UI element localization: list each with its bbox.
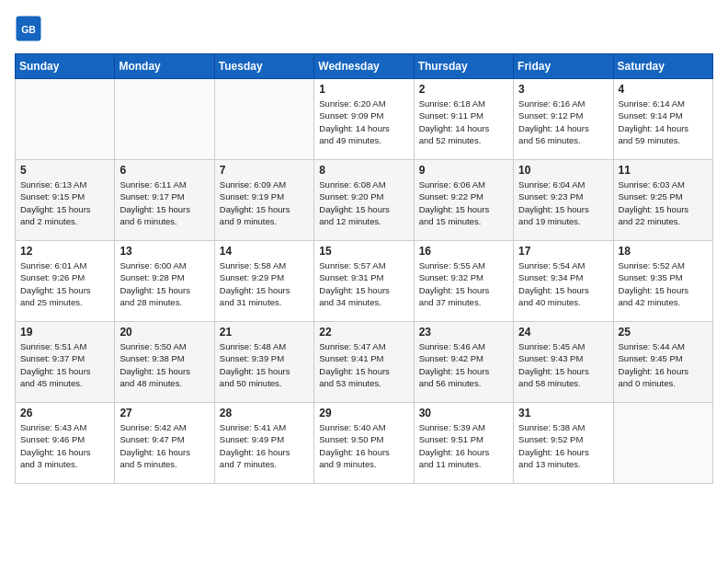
calendar-cell: 13Sunrise: 6:00 AM Sunset: 9:28 PM Dayli… [115, 241, 214, 322]
day-number: 22 [319, 326, 408, 339]
calendar-cell: 22Sunrise: 5:47 AM Sunset: 9:41 PM Dayli… [314, 322, 414, 403]
calendar-cell [613, 403, 712, 484]
calendar-cell: 27Sunrise: 5:42 AM Sunset: 9:47 PM Dayli… [115, 403, 214, 484]
day-number: 2 [419, 83, 508, 96]
svg-text:GB: GB [21, 24, 36, 35]
header-cell-saturday: Saturday [613, 54, 712, 79]
week-row-3: 12Sunrise: 6:01 AM Sunset: 9:26 PM Dayli… [16, 241, 713, 322]
day-number: 31 [518, 407, 608, 419]
cell-content: Sunrise: 6:06 AM Sunset: 9:22 PM Dayligh… [419, 178, 508, 227]
cell-content: Sunrise: 6:13 AM Sunset: 9:15 PM Dayligh… [20, 178, 109, 227]
calendar-cell [16, 79, 115, 160]
day-number: 6 [119, 164, 209, 177]
calendar-cell: 26Sunrise: 5:43 AM Sunset: 9:46 PM Dayli… [16, 403, 115, 484]
header-cell-thursday: Thursday [414, 54, 513, 79]
calendar-cell [115, 79, 214, 160]
cell-content: Sunrise: 5:44 AM Sunset: 9:45 PM Dayligh… [619, 340, 708, 389]
calendar-cell: 29Sunrise: 5:40 AM Sunset: 9:50 PM Dayli… [314, 403, 414, 484]
calendar-cell: 31Sunrise: 5:38 AM Sunset: 9:52 PM Dayli… [514, 403, 613, 484]
cell-content: Sunrise: 5:45 AM Sunset: 9:43 PM Dayligh… [518, 340, 608, 389]
week-row-5: 26Sunrise: 5:43 AM Sunset: 9:46 PM Dayli… [16, 403, 713, 484]
day-number: 16 [419, 245, 508, 258]
cell-content: Sunrise: 6:09 AM Sunset: 9:19 PM Dayligh… [220, 178, 309, 227]
header-cell-wednesday: Wednesday [314, 54, 414, 79]
calendar-cell: 1Sunrise: 6:20 AM Sunset: 9:09 PM Daylig… [314, 79, 414, 160]
calendar-cell: 18Sunrise: 5:52 AM Sunset: 9:35 PM Dayli… [613, 241, 712, 322]
calendar-cell: 10Sunrise: 6:04 AM Sunset: 9:23 PM Dayli… [514, 160, 613, 241]
day-number: 15 [319, 245, 408, 258]
cell-content: Sunrise: 5:54 AM Sunset: 9:34 PM Dayligh… [518, 259, 608, 308]
calendar-cell: 3Sunrise: 6:16 AM Sunset: 9:12 PM Daylig… [514, 79, 613, 160]
cell-content: Sunrise: 5:40 AM Sunset: 9:50 PM Dayligh… [319, 421, 408, 470]
header-cell-sunday: Sunday [16, 54, 115, 79]
day-number: 18 [619, 245, 708, 258]
calendar-cell: 19Sunrise: 5:51 AM Sunset: 9:37 PM Dayli… [16, 322, 115, 403]
calendar-cell: 11Sunrise: 6:03 AM Sunset: 9:25 PM Dayli… [613, 160, 712, 241]
calendar-cell: 9Sunrise: 6:06 AM Sunset: 9:22 PM Daylig… [414, 160, 513, 241]
cell-content: Sunrise: 6:11 AM Sunset: 9:17 PM Dayligh… [119, 178, 209, 227]
day-number: 12 [20, 245, 109, 258]
header-cell-friday: Friday [514, 54, 613, 79]
day-number: 17 [518, 245, 608, 258]
day-number: 10 [518, 164, 608, 177]
day-number: 27 [119, 407, 209, 419]
header-cell-monday: Monday [115, 54, 214, 79]
cell-content: Sunrise: 5:42 AM Sunset: 9:47 PM Dayligh… [119, 421, 209, 470]
calendar-cell: 15Sunrise: 5:57 AM Sunset: 9:31 PM Dayli… [314, 241, 414, 322]
cell-content: Sunrise: 5:55 AM Sunset: 9:32 PM Dayligh… [419, 259, 508, 308]
calendar-cell: 8Sunrise: 6:08 AM Sunset: 9:20 PM Daylig… [314, 160, 414, 241]
day-number: 4 [619, 83, 708, 96]
calendar-cell: 12Sunrise: 6:01 AM Sunset: 9:26 PM Dayli… [16, 241, 115, 322]
day-number: 11 [619, 164, 708, 177]
logo: GB [15, 15, 48, 42]
calendar-cell: 4Sunrise: 6:14 AM Sunset: 9:14 PM Daylig… [613, 79, 712, 160]
day-number: 30 [419, 407, 508, 419]
calendar-cell: 24Sunrise: 5:45 AM Sunset: 9:43 PM Dayli… [514, 322, 613, 403]
day-number: 21 [220, 326, 309, 339]
day-number: 1 [319, 83, 408, 96]
calendar-cell [214, 79, 313, 160]
cell-content: Sunrise: 5:48 AM Sunset: 9:39 PM Dayligh… [220, 340, 309, 389]
calendar-cell: 2Sunrise: 6:18 AM Sunset: 9:11 PM Daylig… [414, 79, 513, 160]
page-header: GB [15, 15, 713, 42]
cell-content: Sunrise: 6:00 AM Sunset: 9:28 PM Dayligh… [119, 259, 209, 308]
cell-content: Sunrise: 5:39 AM Sunset: 9:51 PM Dayligh… [419, 421, 508, 470]
day-number: 24 [518, 326, 608, 339]
calendar-cell: 28Sunrise: 5:41 AM Sunset: 9:49 PM Dayli… [214, 403, 313, 484]
cell-content: Sunrise: 6:14 AM Sunset: 9:14 PM Dayligh… [619, 98, 708, 146]
cell-content: Sunrise: 5:41 AM Sunset: 9:49 PM Dayligh… [220, 421, 309, 470]
cell-content: Sunrise: 6:04 AM Sunset: 9:23 PM Dayligh… [518, 178, 608, 227]
cell-content: Sunrise: 5:51 AM Sunset: 9:37 PM Dayligh… [20, 340, 109, 389]
week-row-1: 1Sunrise: 6:20 AM Sunset: 9:09 PM Daylig… [16, 79, 713, 160]
day-number: 28 [220, 407, 309, 419]
week-row-4: 19Sunrise: 5:51 AM Sunset: 9:37 PM Dayli… [16, 322, 713, 403]
week-row-2: 5Sunrise: 6:13 AM Sunset: 9:15 PM Daylig… [16, 160, 713, 241]
cell-content: Sunrise: 5:47 AM Sunset: 9:41 PM Dayligh… [319, 340, 408, 389]
day-number: 19 [20, 326, 109, 339]
day-number: 26 [20, 407, 109, 419]
calendar-cell: 20Sunrise: 5:50 AM Sunset: 9:38 PM Dayli… [115, 322, 214, 403]
calendar-cell: 23Sunrise: 5:46 AM Sunset: 9:42 PM Dayli… [414, 322, 513, 403]
calendar-cell: 30Sunrise: 5:39 AM Sunset: 9:51 PM Dayli… [414, 403, 513, 484]
cell-content: Sunrise: 5:50 AM Sunset: 9:38 PM Dayligh… [119, 340, 209, 389]
calendar-cell: 6Sunrise: 6:11 AM Sunset: 9:17 PM Daylig… [115, 160, 214, 241]
day-number: 5 [20, 164, 109, 177]
header-cell-tuesday: Tuesday [214, 54, 313, 79]
day-number: 25 [619, 326, 708, 339]
cell-content: Sunrise: 5:38 AM Sunset: 9:52 PM Dayligh… [518, 421, 608, 470]
cell-content: Sunrise: 6:18 AM Sunset: 9:11 PM Dayligh… [419, 98, 508, 146]
calendar-table: SundayMondayTuesdayWednesdayThursdayFrid… [15, 53, 713, 484]
cell-content: Sunrise: 6:08 AM Sunset: 9:20 PM Dayligh… [319, 178, 408, 227]
header-row: SundayMondayTuesdayWednesdayThursdayFrid… [16, 54, 713, 79]
calendar-cell: 7Sunrise: 6:09 AM Sunset: 9:19 PM Daylig… [214, 160, 313, 241]
cell-content: Sunrise: 5:57 AM Sunset: 9:31 PM Dayligh… [319, 259, 408, 308]
calendar-cell: 17Sunrise: 5:54 AM Sunset: 9:34 PM Dayli… [514, 241, 613, 322]
logo-icon: GB [15, 15, 42, 42]
day-number: 20 [119, 326, 209, 339]
day-number: 9 [419, 164, 508, 177]
day-number: 3 [518, 83, 608, 96]
day-number: 13 [119, 245, 209, 258]
day-number: 14 [220, 245, 309, 258]
cell-content: Sunrise: 5:46 AM Sunset: 9:42 PM Dayligh… [419, 340, 508, 389]
cell-content: Sunrise: 6:03 AM Sunset: 9:25 PM Dayligh… [619, 178, 708, 227]
